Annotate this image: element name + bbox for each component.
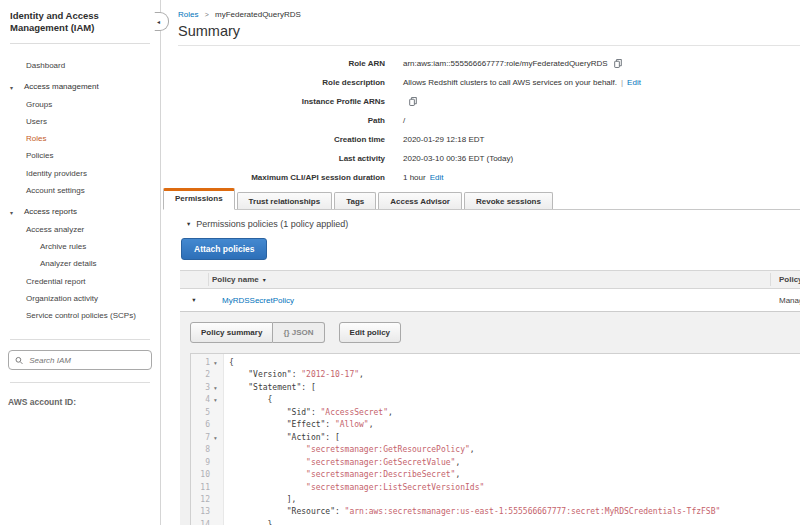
policy-name-column-header[interactable]: Policy name ▾ (208, 273, 770, 286)
summary-row: Last activity 2020-03-10 00:36 EDT (Toda… (178, 149, 800, 168)
tab-label: Revoke sessions (476, 197, 541, 206)
fold-caret-icon[interactable] (210, 494, 221, 506)
code-text: }, (223, 519, 277, 525)
sidebar-item-roles[interactable]: Roles (0, 133, 160, 150)
policy-summary-button[interactable]: Policy summary (190, 322, 273, 343)
fold-caret-icon[interactable] (210, 519, 221, 525)
fold-caret-icon[interactable] (210, 482, 221, 494)
code-text: "secretsmanager:GetResourcePolicy", (223, 444, 475, 456)
line-gutter: 1▾ (191, 357, 223, 369)
chevron-down-icon: ▾ (10, 207, 13, 219)
copy-icon[interactable] (409, 97, 417, 106)
edit-link[interactable]: Edit (627, 78, 641, 87)
collapse-arrow-icon: ◂ (157, 18, 160, 25)
line-gutter: 6 (191, 419, 223, 431)
fold-caret-icon[interactable] (210, 457, 221, 469)
sidebar-item-access-management[interactable]: ▾ Access management (0, 81, 160, 98)
edit-policy-button[interactable]: Edit policy (339, 322, 401, 343)
fold-caret-icon[interactable]: ▾ (210, 382, 221, 394)
search-input[interactable] (27, 355, 145, 366)
policy-type-cell: Managed policy (770, 296, 800, 305)
fold-caret-icon[interactable] (210, 407, 221, 419)
summary-fields: Role ARN arn:aws:iam::555566667777:role/… (178, 54, 800, 187)
fold-caret-icon[interactable]: ▾ (210, 394, 221, 406)
search-box (8, 350, 152, 370)
field-value: arn:aws:iam::555566667777:role/myFederat… (403, 59, 622, 68)
sidebar-item-identity-providers[interactable]: Identity providers (0, 168, 160, 185)
sidebar-item-policies[interactable]: Policies (0, 150, 160, 167)
line-number: 12 (191, 494, 210, 506)
sidebar-item-groups[interactable]: Groups (0, 99, 160, 116)
json-policy-editor: 1▾ { 2 "Version": "2012-10-17", 3▾ "Stat… (190, 353, 800, 525)
sidebar-item-label: Service control policies (SCPs) (26, 311, 136, 320)
attach-policies-button[interactable]: Attach policies (181, 238, 267, 260)
sidebar-item-dashboard[interactable]: Dashboard (0, 60, 160, 77)
sidebar-item-credential-report[interactable]: Credential report (0, 276, 160, 293)
sidebar-divider (10, 339, 150, 340)
sidebar-item-analyzer-details[interactable]: Analyzer details (0, 258, 160, 275)
line-number: 8 (191, 444, 210, 456)
tab-trust-relationships[interactable]: Trust relationships (237, 192, 333, 210)
main-content: Roles > myFederatedQueryRDS Summary Role… (161, 0, 800, 525)
tab-tags[interactable]: Tags (334, 192, 376, 210)
code-text: "Effect": "Allow", (223, 419, 374, 431)
fold-caret-icon[interactable]: ▾ (210, 357, 221, 369)
line-gutter: 13 (191, 506, 223, 518)
code-line: 8 "secretsmanager:GetResourcePolicy", (191, 444, 800, 456)
line-gutter: 4▾ (191, 394, 223, 406)
code-line: 13 "Resource": "arn:aws:secretsmanager:u… (191, 506, 800, 518)
sidebar-item-label: Groups (26, 100, 52, 109)
field-label: Path (178, 116, 385, 125)
line-gutter: 11 (191, 482, 223, 494)
sidebar-item-access-reports[interactable]: ▾ Access reports (0, 206, 160, 223)
tab-revoke-sessions[interactable]: Revoke sessions (464, 192, 553, 210)
sidebar-item-organization-activity[interactable]: Organization activity (0, 293, 160, 310)
line-gutter: 7▾ (191, 432, 223, 444)
fold-caret-icon[interactable] (210, 444, 221, 456)
code-text: { (223, 357, 234, 369)
field-label: Creation time (178, 135, 385, 144)
search-icon (15, 356, 23, 365)
fold-caret-icon[interactable] (210, 419, 221, 431)
line-number: 1 (191, 357, 210, 369)
field-label: Maximum CLI/API session duration (178, 173, 385, 182)
code-line: 14 }, (191, 519, 800, 525)
sidebar-item-service-control-policies-scps[interactable]: Service control policies (SCPs) (0, 310, 160, 327)
policy-name-link[interactable]: MyRDSSecretPolicy (222, 296, 294, 305)
code-text: "Sid": "AccessSecret", (223, 407, 393, 419)
sidebar-item-label: Analyzer details (40, 259, 96, 268)
sidebar-item-label: Identity providers (26, 169, 87, 178)
policy-type-header-label: Policy type (779, 275, 800, 284)
sidebar-item-account-settings[interactable]: Account settings (0, 185, 160, 202)
permissions-policies-title: Permissions policies (1 policy applied) (196, 219, 348, 229)
code-text: "secretsmanager:DescribeSecret", (223, 469, 460, 481)
policy-row-expander-icon[interactable]: ▾ (180, 296, 208, 304)
line-gutter: 8 (191, 444, 223, 456)
fold-caret-icon[interactable]: ▾ (210, 432, 221, 444)
line-gutter: 10 (191, 469, 223, 481)
field-value: / (403, 116, 405, 125)
fold-caret-icon[interactable] (210, 506, 221, 518)
edit-link[interactable]: Edit (430, 173, 444, 182)
sidebar-item-users[interactable]: Users (0, 116, 160, 133)
sidebar-item-access-analyzer[interactable]: Access analyzer (0, 224, 160, 241)
code-line: 5 "Sid": "AccessSecret", (191, 407, 800, 419)
breadcrumb-roles-link[interactable]: Roles (178, 10, 198, 19)
sidebar-item-label: Access reports (24, 207, 77, 216)
sidebar-item-archive-rules[interactable]: Archive rules (0, 241, 160, 258)
copy-icon[interactable] (614, 59, 622, 68)
sidebar-item-label: Roles (26, 134, 46, 143)
fold-caret-icon[interactable] (210, 469, 221, 481)
summary-row: Role description Allows Redshift cluster… (178, 73, 800, 92)
tab-permissions[interactable]: Permissions (163, 188, 235, 210)
fold-caret-icon[interactable] (210, 369, 221, 381)
line-gutter: 5 (191, 407, 223, 419)
summary-row: Maximum CLI/API session duration 1 hour … (178, 168, 800, 187)
aws-account-id-label: AWS account ID: (8, 397, 152, 407)
code-text: "secretsmanager:GetSecretValue", (223, 457, 460, 469)
line-gutter: 2 (191, 369, 223, 381)
json-view-button[interactable]: {} JSON (273, 322, 324, 343)
code-line: 7▾ "Action": [ (191, 432, 800, 444)
tab-access-advisor[interactable]: Access Advisor (378, 192, 462, 210)
permissions-policies-disclosure[interactable]: ▾Permissions policies (1 policy applied) (187, 219, 800, 229)
